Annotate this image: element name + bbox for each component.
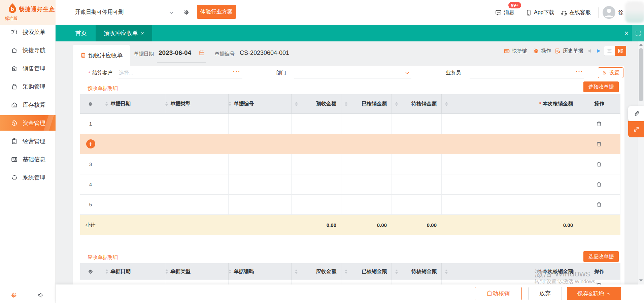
column-header[interactable]: 单据日期 [101, 263, 165, 280]
history-docs-button[interactable]: 历史单据 [554, 47, 583, 55]
expand-float-button[interactable] [628, 121, 644, 137]
sort-arrows-icon[interactable] [395, 269, 398, 274]
list-view-toggle[interactable] [604, 46, 615, 56]
online-support-button[interactable]: 在线客服 [561, 0, 591, 25]
trash-icon[interactable] [596, 121, 602, 127]
table-cell[interactable] [229, 154, 292, 174]
column-header[interactable]: 单据类型 [165, 94, 229, 114]
calendar-icon[interactable] [199, 49, 205, 56]
sort-arrows-icon[interactable] [229, 269, 231, 274]
sort-arrows-icon[interactable] [295, 269, 298, 274]
customer-field-placeholder[interactable]: 选择... [119, 70, 133, 76]
nav-next-icon[interactable]: ▶ [597, 48, 601, 53]
table-cell[interactable] [292, 154, 341, 174]
tab-current-document[interactable]: 预收冲应收单× [96, 25, 152, 41]
table-cell[interactable] [442, 134, 578, 154]
table-cell[interactable] [101, 174, 165, 195]
sidebar-item-6[interactable]: 资金管理 [0, 115, 56, 131]
scrollbar-up-arrow[interactable] [639, 43, 643, 46]
table-cell[interactable] [442, 154, 578, 174]
trash-icon[interactable] [596, 141, 602, 147]
nav-prev-icon[interactable]: ◀ [587, 48, 591, 53]
settings-button[interactable]: 设置 [598, 67, 623, 78]
app-download-button[interactable]: App下载 [525, 0, 554, 25]
table-cell[interactable] [229, 114, 292, 134]
sort-arrows-icon[interactable] [345, 269, 347, 274]
sidebar-settings-gear-icon[interactable] [10, 292, 18, 299]
gear-icon[interactable] [183, 9, 190, 16]
sidebar-item-3[interactable]: 销售管理 [0, 61, 56, 76]
table-cell[interactable] [292, 114, 341, 134]
sort-arrows-icon[interactable] [165, 269, 168, 274]
column-header[interactable]: 待核销金额 [392, 263, 442, 280]
tab-home[interactable]: 首页 [71, 25, 92, 41]
auto-writeoff-button[interactable]: 自动核销 [475, 287, 522, 300]
salesman-picker-ellipsis[interactable]: ··· [576, 68, 583, 75]
sort-arrows-icon[interactable] [395, 102, 398, 106]
table-cell[interactable] [442, 195, 578, 215]
column-header[interactable]: 已核销金额 [341, 94, 392, 114]
column-header[interactable]: 单据编码 [229, 263, 292, 280]
shortcut-keys-button[interactable]: 快捷键 [504, 47, 527, 55]
sidebar-item-1[interactable]: 搜索菜单 [0, 24, 56, 40]
column-header[interactable]: 单据编号 [229, 94, 292, 114]
table-cell[interactable] [442, 174, 578, 195]
period-selector[interactable]: 开账日期可停用可删 [75, 9, 124, 16]
table-cell[interactable] [292, 174, 341, 195]
sidebar-item-7[interactable]: 经营管理 [0, 133, 56, 149]
column-header[interactable]: 待核销金额 [392, 94, 442, 114]
column-header[interactable]: 单据类型 [165, 263, 229, 280]
table-cell[interactable] [341, 195, 392, 215]
sort-arrows-icon[interactable] [345, 102, 347, 106]
plus-icon[interactable]: + [86, 139, 95, 148]
table-cell[interactable] [341, 154, 392, 174]
table-cell[interactable] [392, 134, 442, 154]
table-cell[interactable] [392, 154, 442, 174]
sort-arrows-icon[interactable] [105, 269, 108, 274]
avatar[interactable] [603, 6, 615, 19]
column-header[interactable]: 应收金额 [292, 263, 341, 280]
select-receivable-docs-button[interactable]: 选应收单据 [583, 251, 619, 262]
customer-picker-ellipsis[interactable]: ··· [233, 68, 241, 75]
sidebar-announcement-icon[interactable] [37, 292, 44, 299]
discard-button[interactable]: 放弃 [528, 287, 562, 300]
scrollbar-down-arrow[interactable] [639, 279, 643, 282]
table-cell[interactable] [392, 195, 442, 215]
doc-date-value[interactable]: 2023-06-04 [159, 49, 191, 57]
table-cell[interactable] [292, 134, 341, 154]
column-settings-gear[interactable] [80, 94, 101, 114]
sort-arrows-icon[interactable] [105, 102, 108, 106]
column-settings-gear[interactable] [80, 263, 101, 280]
table-cell[interactable] [341, 134, 392, 154]
delete-row-button[interactable] [578, 134, 620, 154]
trash-icon[interactable] [596, 201, 602, 208]
attachment-float-button[interactable] [628, 106, 644, 121]
operations-button[interactable]: 操作 [533, 47, 551, 55]
column-header[interactable]: 单据日期 [101, 94, 165, 114]
column-header[interactable]: * 本次核销金额 [442, 94, 578, 114]
sort-arrows-icon[interactable] [445, 102, 448, 106]
table-cell[interactable] [229, 134, 292, 154]
table-cell[interactable] [292, 195, 341, 215]
table-cell[interactable] [165, 134, 229, 154]
select-prepaid-docs-button[interactable]: 选预收单据 [583, 81, 619, 92]
save-and-new-button[interactable]: 保存&新增 [567, 287, 621, 300]
tab-close-icon[interactable]: × [141, 30, 144, 36]
table-cell[interactable] [165, 195, 229, 215]
trash-icon[interactable] [596, 181, 602, 188]
grid-view-toggle[interactable] [615, 46, 626, 56]
delete-row-button[interactable] [578, 154, 620, 174]
sidebar-item-5[interactable]: 库存核算 [0, 97, 56, 112]
table-cell[interactable] [165, 114, 229, 134]
sidebar-item-8[interactable]: 基础信息 [0, 152, 56, 167]
table-cell[interactable] [341, 174, 392, 195]
trial-plan-button[interactable]: 体验行业方案 [197, 5, 236, 19]
add-row-button[interactable]: + [80, 134, 101, 154]
chevron-down-icon[interactable] [169, 10, 174, 15]
trash-icon[interactable] [596, 161, 602, 167]
table-cell[interactable] [341, 114, 392, 134]
sort-arrows-icon[interactable] [229, 102, 231, 106]
table-cell[interactable] [442, 114, 578, 134]
table-cell[interactable] [392, 114, 442, 134]
table-cell[interactable] [101, 114, 165, 134]
